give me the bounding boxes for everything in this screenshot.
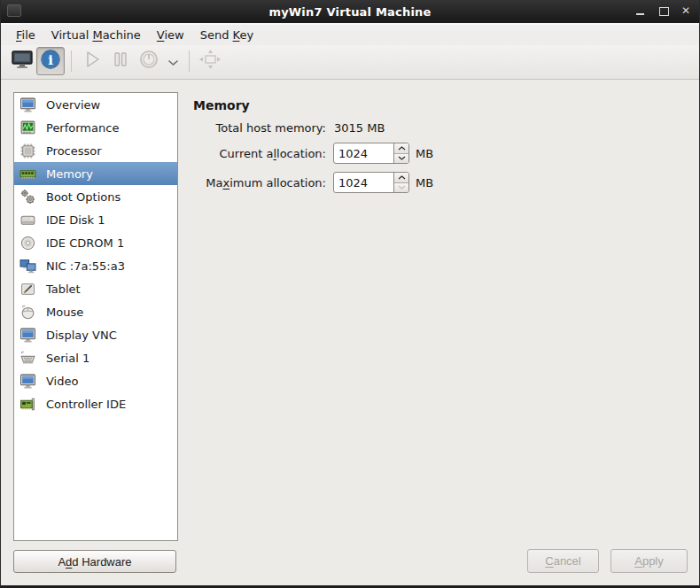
sidebar-item-mouse[interactable]: Mouse bbox=[14, 300, 177, 323]
sidebar-item-label: Display VNC bbox=[46, 329, 117, 342]
processor-icon bbox=[19, 143, 36, 159]
total-host-memory-value: 3015 MB bbox=[333, 121, 385, 135]
monitor-icon bbox=[19, 373, 36, 390]
run-button bbox=[78, 47, 106, 75]
toolbar-separator bbox=[189, 50, 190, 72]
vm-details-window: myWin7 Virtual Machine File Virtual Mach… bbox=[0, 0, 700, 588]
sidebar-item-ide-disk-1[interactable]: IDE Disk 1 bbox=[14, 208, 177, 231]
nic-icon bbox=[19, 258, 36, 275]
titlebar: myWin7 Virtual Machine bbox=[1, 0, 699, 23]
sidebar-item-memory[interactable]: Memory bbox=[14, 162, 177, 185]
sidebar-item-label: IDE CDROM 1 bbox=[46, 236, 124, 250]
memory-panel: Memory Total host memory: 3015 MB Curren… bbox=[193, 98, 690, 201]
console-monitor-icon bbox=[11, 49, 34, 74]
menu-file[interactable]: File bbox=[8, 27, 43, 43]
current-allocation-unit: MB bbox=[416, 147, 433, 160]
mouse-icon bbox=[19, 304, 36, 321]
monitor-icon bbox=[19, 327, 36, 344]
panel-heading: Memory bbox=[193, 98, 690, 112]
current-allocation-spinbox bbox=[333, 143, 409, 164]
details-view-button[interactable]: i bbox=[36, 47, 65, 75]
gears-icon bbox=[19, 189, 36, 205]
sidebar-item-serial-1[interactable]: Serial 1 bbox=[14, 346, 177, 369]
toolbar: i bbox=[1, 45, 699, 80]
minimize-icon[interactable] bbox=[635, 6, 646, 17]
console-view-button[interactable] bbox=[8, 47, 36, 75]
sidebar-item-label: Processor bbox=[46, 144, 102, 158]
performance-icon bbox=[19, 120, 36, 136]
sidebar-item-label: Boot Options bbox=[46, 190, 121, 204]
window-controls bbox=[635, 0, 692, 23]
sidebar-item-nic[interactable]: NIC :7a:55:a3 bbox=[14, 254, 177, 277]
sidebar-item-controller-ide[interactable]: Controller IDE bbox=[14, 392, 177, 415]
sidebar-item-label: Serial 1 bbox=[46, 352, 89, 365]
power-icon bbox=[136, 48, 161, 74]
maximum-allocation-spinbox bbox=[333, 172, 409, 193]
controller-icon bbox=[19, 396, 36, 413]
tablet-icon bbox=[19, 281, 36, 298]
sidebar-item-label: Video bbox=[46, 375, 78, 388]
menu-view[interactable]: View bbox=[149, 27, 192, 43]
main-area: Overview Performance Processor Memory Bo… bbox=[1, 81, 699, 585]
monitor-icon bbox=[19, 97, 36, 113]
window-title: myWin7 Virtual Machine bbox=[1, 5, 699, 19]
apply-button: Apply bbox=[611, 549, 688, 573]
spin-down-button[interactable] bbox=[394, 153, 408, 164]
close-icon[interactable] bbox=[681, 6, 692, 17]
hardware-list: Overview Performance Processor Memory Bo… bbox=[13, 92, 178, 541]
svg-text:i: i bbox=[48, 52, 53, 68]
sidebar-item-tablet[interactable]: Tablet bbox=[14, 277, 177, 300]
current-allocation-input[interactable] bbox=[334, 143, 393, 163]
sidebar-item-label: Performance bbox=[46, 121, 119, 135]
spin-up-button[interactable] bbox=[394, 173, 408, 182]
maximum-allocation-unit: MB bbox=[416, 176, 433, 190]
sidebar-item-label: NIC :7a:55:a3 bbox=[46, 259, 125, 273]
pause-button bbox=[106, 47, 135, 75]
menu-virtual-machine[interactable]: Virtual Machine bbox=[43, 27, 149, 43]
cancel-button: Cancel bbox=[527, 549, 599, 573]
sidebar-item-label: Memory bbox=[46, 167, 93, 181]
cdrom-icon bbox=[19, 235, 36, 251]
sidebar-item-label: Controller IDE bbox=[46, 398, 126, 411]
total-host-memory-row: Total host memory: 3015 MB bbox=[193, 121, 690, 135]
add-hardware-button[interactable]: Add Hardware bbox=[13, 550, 176, 573]
menu-send-key[interactable]: Send Key bbox=[192, 27, 261, 43]
disk-icon bbox=[19, 212, 36, 228]
fullscreen-button bbox=[196, 47, 224, 75]
pause-icon bbox=[111, 49, 130, 74]
sidebar-item-label: Mouse bbox=[46, 306, 83, 319]
shutdown-menu-button[interactable] bbox=[163, 47, 183, 75]
info-icon: i bbox=[39, 48, 62, 74]
sidebar-item-ide-cdrom-1[interactable]: IDE CDROM 1 bbox=[14, 231, 177, 254]
current-allocation-label: Current allocation: bbox=[193, 147, 326, 160]
menubar: File Virtual Machine View Send Key bbox=[1, 25, 699, 45]
sidebar-item-performance[interactable]: Performance bbox=[14, 116, 177, 139]
maximum-allocation-row: Maximum allocation: MB bbox=[193, 172, 690, 193]
sidebar-item-processor[interactable]: Processor bbox=[14, 139, 177, 162]
memory-icon bbox=[19, 166, 36, 182]
sidebar-item-label: Tablet bbox=[46, 282, 81, 296]
play-icon bbox=[81, 49, 104, 74]
sidebar-item-boot-options[interactable]: Boot Options bbox=[14, 185, 177, 208]
sidebar-item-overview[interactable]: Overview bbox=[14, 93, 177, 116]
sidebar-item-video[interactable]: Video bbox=[14, 369, 177, 392]
serial-icon bbox=[19, 350, 36, 367]
maximize-icon[interactable] bbox=[658, 6, 669, 17]
sidebar-item-label: IDE Disk 1 bbox=[46, 213, 105, 227]
maximum-allocation-input[interactable] bbox=[334, 173, 393, 192]
toolbar-separator bbox=[71, 50, 72, 72]
spin-down-button bbox=[394, 182, 408, 193]
total-host-memory-label: Total host memory: bbox=[193, 121, 326, 135]
sidebar-item-display-vnc[interactable]: Display VNC bbox=[14, 323, 177, 346]
app-icon bbox=[7, 4, 21, 17]
maximum-allocation-label: Maximum allocation: bbox=[193, 176, 326, 190]
spin-up-button[interactable] bbox=[394, 143, 408, 153]
chevron-down-icon bbox=[167, 53, 179, 70]
fullscreen-move-icon bbox=[197, 48, 223, 74]
sidebar-item-label: Overview bbox=[46, 98, 100, 112]
shutdown-button bbox=[135, 47, 163, 75]
current-allocation-row: Current allocation: MB bbox=[193, 143, 690, 164]
